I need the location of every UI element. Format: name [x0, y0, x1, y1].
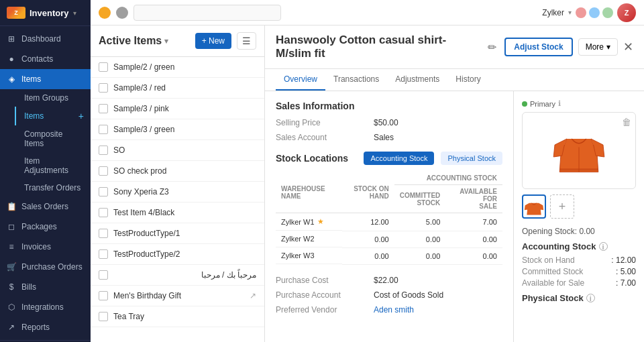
sidebar-item-bills[interactable]: $ Bills	[0, 277, 91, 297]
sidebar-submenu-items: Item Groups Items + Composite Items Item…	[0, 89, 91, 196]
list-item[interactable]: Sony Xperia Z3	[91, 182, 264, 203]
physical-stock-info-icon: i	[586, 294, 595, 302]
physical-stock-title: Physical Stock i	[522, 293, 636, 303]
stock-header: Stock Locations Accounting Stock Physica…	[276, 152, 502, 165]
sidebar-item-reports[interactable]: ↗ Reports	[0, 317, 91, 337]
available-val: 0.00	[445, 231, 502, 247]
sidebar-item-purchase-orders[interactable]: 🛒 Purchase Orders	[0, 257, 91, 277]
sidebar-item-integrations[interactable]: ⬡ Integrations	[0, 297, 91, 317]
packages-icon: ◻	[7, 222, 16, 231]
purchase-orders-icon: 🛒	[7, 262, 16, 272]
sidebar-subitem-items[interactable]: Items +	[15, 107, 91, 125]
sidebar-item-dashboard[interactable]: ⊞ Dashboard	[0, 29, 91, 49]
sales-orders-icon: 📋	[7, 202, 16, 211]
main-content: Active Items ▾ + New ☰ Sample/2 / green …	[91, 25, 644, 342]
topbar-uc-1	[576, 7, 586, 18]
new-item-button[interactable]: + New	[195, 33, 231, 49]
tab-history[interactable]: History	[447, 69, 488, 91]
item-checkbox[interactable]	[99, 249, 108, 259]
edit-button[interactable]: ✏	[485, 38, 499, 56]
item-checkbox[interactable]	[99, 270, 108, 280]
sidebar-item-items[interactable]: ◈ Items	[0, 69, 91, 89]
tab-overview[interactable]: Overview	[276, 69, 325, 91]
purchase-section: Purchase Cost $22.00 Purchase Account Co…	[276, 276, 502, 315]
sidebar-subitem-item-adjustments[interactable]: Item Adjustments	[15, 152, 91, 179]
physical-stock-btn[interactable]: Physical Stock	[441, 152, 502, 165]
sidebar-item-packages[interactable]: ◻ Packages	[0, 217, 91, 237]
sidebar-subitem-item-groups[interactable]: Item Groups	[15, 89, 91, 107]
title-dropdown-icon: ▾	[164, 37, 168, 46]
sidebar-item-label: Contacts	[21, 54, 53, 64]
stock-table: WAREHOUSE NAME STOCK ON HAND ACCOUNTING …	[276, 172, 502, 265]
accounting-stock-info-icon: i	[599, 242, 608, 251]
item-list-title[interactable]: Active Items ▾	[99, 35, 168, 47]
add-item-icon[interactable]: +	[78, 111, 84, 121]
list-item[interactable]: Men's Birthday Gift ↗	[91, 286, 264, 306]
item-checkbox[interactable]	[99, 62, 108, 72]
item-list-panel: Active Items ▾ + New ☰ Sample/2 / green …	[91, 25, 265, 342]
topbar-user-chevron: ▾	[568, 9, 572, 16]
item-checkbox[interactable]	[99, 312, 108, 321]
topbar-search-input[interactable]	[133, 5, 281, 21]
item-checkbox[interactable]	[99, 125, 108, 134]
more-chevron-icon: ▾	[606, 42, 610, 52]
available-summary: Available for Sale : 7.00	[522, 278, 636, 288]
preferred-vendor-row: Preferred Vendor Aden smith	[276, 305, 502, 315]
item-checkbox[interactable]	[99, 146, 108, 155]
close-button[interactable]: ✕	[623, 40, 633, 54]
preferred-vendor-value[interactable]: Aden smith	[374, 305, 414, 315]
th-committed: COMMITTEDSTOCK	[394, 185, 446, 213]
list-menu-button[interactable]: ☰	[237, 32, 256, 50]
list-item[interactable]: Sample/2 / green	[91, 57, 264, 78]
topbar-avatar[interactable]: Z	[617, 3, 636, 22]
product-image-container: Primary ℹ 🗑	[522, 99, 636, 219]
list-item[interactable]: Test Item 4/Black	[91, 203, 264, 223]
delete-image-icon[interactable]: 🗑	[622, 117, 631, 127]
list-item[interactable]: TestProductType/2	[91, 244, 264, 265]
list-item[interactable]: SO	[91, 140, 264, 161]
selling-price-row: Selling Price $50.00	[276, 118, 502, 127]
tab-transactions[interactable]: Transactions	[325, 69, 387, 91]
item-checkbox[interactable]	[99, 187, 108, 196]
tab-adjustments[interactable]: Adjustments	[387, 69, 447, 91]
sidebar-item-contacts[interactable]: ● Contacts	[0, 49, 91, 69]
sidebar-item-sales-orders[interactable]: 📋 Sales Orders	[0, 196, 91, 217]
sales-account-value: Sales	[374, 133, 394, 142]
list-item[interactable]: مرحباً بك / مرحبا	[91, 265, 264, 286]
sidebar-item-label: Sales Orders	[21, 202, 68, 211]
th-warehouse: WAREHOUSE NAME	[276, 172, 342, 213]
thumbnail-row: +	[522, 194, 636, 219]
opening-stock: Opening Stock: 0.00	[522, 227, 636, 236]
th-available: AVAILABLE FORSALE	[445, 185, 502, 213]
thumbnail-1[interactable]	[522, 194, 546, 219]
topbar-user-circles	[576, 7, 613, 18]
stock-on-hand-summary: Stock on Hand : 12.00	[522, 255, 636, 265]
accounting-stock-btn[interactable]: Accounting Stock	[364, 152, 434, 165]
item-checkbox[interactable]	[99, 83, 108, 93]
sidebar-item-invoices[interactable]: ≡ Invoices	[0, 237, 91, 257]
item-checkbox[interactable]	[99, 104, 108, 113]
adjust-stock-button[interactable]: Adjust Stock	[504, 38, 572, 56]
warehouse-name: Zylker W2	[276, 231, 342, 247]
list-item[interactable]: Tea Tray	[91, 306, 264, 327]
list-item[interactable]: Sample/3 / red	[91, 78, 264, 99]
item-checkbox[interactable]	[99, 166, 108, 176]
purchase-account-value: Cost of Goods Sold	[374, 290, 443, 300]
list-item[interactable]: SO check prod	[91, 161, 264, 182]
list-item[interactable]: Sample/3 / green	[91, 119, 264, 140]
list-item[interactable]: TestProductType/1	[91, 223, 264, 244]
stock-section-title: Stock Locations	[276, 153, 357, 164]
more-button[interactable]: More ▾	[578, 38, 618, 56]
list-item[interactable]: Sample/3 / pink	[91, 99, 264, 119]
add-thumbnail-button[interactable]: +	[550, 194, 574, 219]
sidebar-subitem-transfer-orders[interactable]: Transfer Orders	[15, 179, 91, 196]
table-row: Zylker W2 0.00 0.00 0.00	[276, 231, 502, 247]
item-checkbox[interactable]	[99, 291, 108, 300]
stock-summary: Opening Stock: 0.00 Accounting Stock i S…	[522, 227, 636, 307]
stock-section: Stock Locations Accounting Stock Physica…	[276, 152, 502, 265]
sidebar-header: Z Inventory ▾	[0, 0, 91, 26]
sidebar-subitem-composite-items[interactable]: Composite Items	[15, 125, 91, 152]
topbar: Zylker ▾ Z	[91, 0, 644, 25]
item-checkbox[interactable]	[99, 229, 108, 238]
item-checkbox[interactable]	[99, 208, 108, 217]
